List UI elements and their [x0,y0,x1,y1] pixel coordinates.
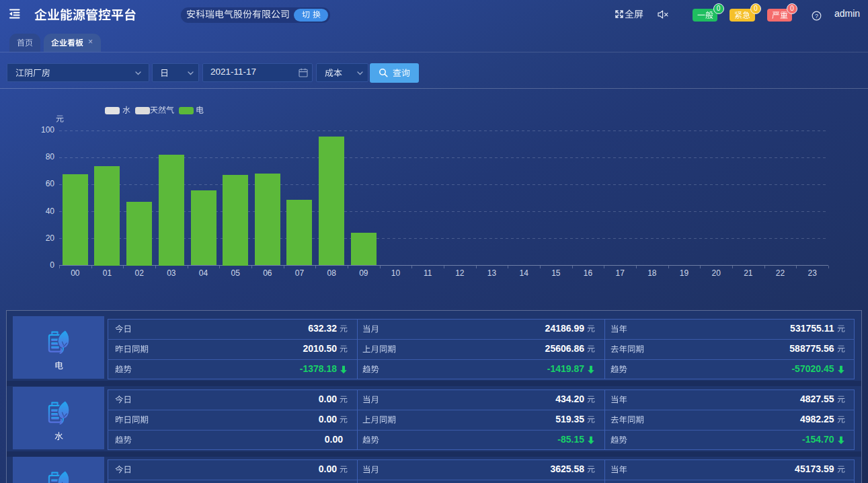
svg-text:?: ? [815,13,818,20]
